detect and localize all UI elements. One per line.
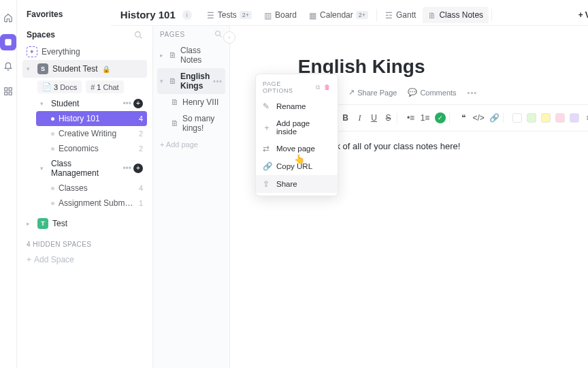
add-list-button[interactable]: + [133,164,143,173]
space-test[interactable]: ▸ T Test [22,215,147,232]
everything-item[interactable]: ✦ Everything [22,44,147,60]
list-name: Economics [59,144,135,153]
rail-spaces-icon[interactable] [0,34,16,50]
add-view-button[interactable]: + View [578,10,588,20]
tab-gantt[interactable]: ☲Gantt [380,7,421,23]
rail-dashboards-icon[interactable] [0,83,16,99]
folder-name: Student [51,99,118,108]
chevron-right-icon: ▸ [160,52,165,59]
breadcrumb[interactable]: History 101 [120,9,176,20]
page-name: So many kings! [182,114,223,133]
list-economics[interactable]: Economics 2 [36,141,147,156]
list-icon: ☰ [207,11,215,19]
plus-icon: ＋ [263,123,271,133]
svg-point-6 [215,31,220,36]
comments-button[interactable]: 💬 Comments [408,88,456,97]
search-spaces-icon[interactable] [134,31,143,40]
page-class-notes[interactable]: ▸ 🗎 Class Notes [157,42,225,68]
duplicate-icon[interactable]: ⧉ [316,84,321,91]
move-icon: ⇄ [263,144,271,153]
board-icon: ▥ [264,11,272,19]
page-name: English Kings [180,72,210,91]
context-menu-header: PAGE OPTIONS [263,80,312,94]
share-page-button[interactable]: ↗ Share Page [348,88,397,97]
folder-options-icon[interactable]: ••• [122,164,131,173]
number-list-button[interactable]: 1≡ [421,113,430,123]
spaces-header: Spaces [27,30,55,40]
add-list-button[interactable]: + [133,99,143,108]
ctx-share[interactable]: ⇪Share [256,175,338,193]
list-dot-icon [51,132,54,136]
ctx-rename[interactable]: ✎Rename [256,97,338,115]
list-count: 4 [139,184,143,192]
list-name: Classes [59,183,135,193]
bold-button[interactable]: B [341,113,350,123]
space-avatar: S [37,63,48,74]
link-button[interactable]: 🔗 [489,113,500,123]
docs-pill[interactable]: 📄 3 Docs [37,80,82,93]
folder-options-icon[interactable]: ••• [122,99,131,108]
underline-button[interactable]: U [370,113,379,123]
rail-home-icon[interactable] [0,10,16,26]
doc-body[interactable]: Keep track of all of your class notes he… [298,141,588,151]
page-doc-icon: 🗎 [169,50,177,60]
folder-class-management[interactable]: ▾ Class Management ••• + [36,156,147,181]
add-space-button[interactable]: + Add Space [22,252,147,267]
tab-board[interactable]: ▥Board [259,7,302,23]
page-options-icon[interactable]: ••• [213,78,223,85]
chevron-down-icon: ▾ [40,165,47,172]
svg-point-5 [135,31,141,37]
svg-rect-2 [9,88,12,91]
list-classes[interactable]: Classes 4 [36,181,147,196]
add-page-button[interactable]: + Add page [157,136,225,153]
chevron-down-icon: ▾ [160,78,165,85]
strike-button[interactable]: S [384,113,393,123]
tab-class-notes[interactable]: 🗎Class Notes [423,7,489,23]
page-english-kings[interactable]: ▾ 🗎 English Kings ••• [157,68,225,94]
tab-label: Tests [218,10,237,20]
align-button[interactable]: ≡ [584,113,588,123]
info-icon[interactable]: i [182,10,192,20]
list-creative-writing[interactable]: Creative Writing 2 [36,126,147,141]
page-so-many-kings[interactable]: 🗎 So many kings! [157,110,225,136]
tab-tests[interactable]: ☰Tests2+ [201,7,257,23]
tab-calendar[interactable]: ▦Calendar2+ [304,7,374,23]
list-assignment-submissions[interactable]: Assignment Submissio… 1 [36,196,147,211]
chat-pill[interactable]: # 1 Chat [86,80,124,93]
page-henry-viii[interactable]: 🗎 Henry VIII [157,94,225,110]
list-history-101[interactable]: History 101 4 [36,111,147,126]
chevron-right-icon: ▸ [27,220,33,227]
list-count: 2 [139,129,143,138]
everything-icon: ✦ [27,46,37,57]
italic-button[interactable]: I [355,113,365,123]
highlight-yellow[interactable] [541,113,551,123]
svg-rect-1 [5,88,7,91]
delete-icon[interactable]: 🗑 [324,84,331,91]
quote-button[interactable]: ❝ [459,113,468,123]
space-name: Student Test [52,64,98,74]
folder-student[interactable]: ▾ Student ••• + [36,96,147,111]
list-dot-icon [51,202,54,205]
tab-label: Board [275,10,297,20]
list-count: 2 [139,144,143,153]
space-name: Test [52,219,67,228]
pages-header-label: PAGES [160,31,185,38]
highlight-white[interactable] [512,113,522,123]
doc-title[interactable]: English Kings [298,56,588,78]
ctx-add-page-inside[interactable]: ＋Add page inside [256,115,338,140]
highlight-green[interactable] [527,113,536,123]
sidebar: ‹ Favorites Spaces ✦ Everything ▾ S Stud… [17,0,153,368]
ctx-label: Rename [276,102,306,110]
checklist-button[interactable]: ✓ [435,112,446,123]
hidden-spaces-label[interactable]: 4 HIDDEN SPACES [22,232,147,252]
doc-more-icon[interactable]: ••• [468,89,478,97]
rail-notifications-icon[interactable] [0,59,16,75]
share-icon: ⇪ [263,179,271,189]
highlight-purple[interactable] [570,113,579,123]
space-student-test[interactable]: ▾ S Student Test 🔒 [22,60,147,78]
code-button[interactable]: </> [473,113,485,123]
bullet-list-button[interactable]: •≡ [406,113,416,123]
svg-rect-0 [5,39,11,45]
pages-search-icon[interactable] [214,30,223,38]
highlight-pink[interactable] [555,113,565,123]
